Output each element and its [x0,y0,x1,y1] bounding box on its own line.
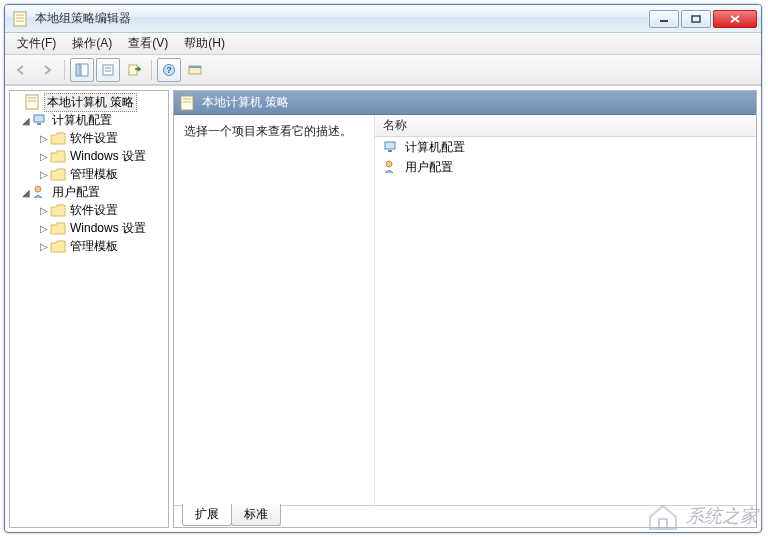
svg-point-29 [386,161,392,167]
back-button[interactable] [9,58,33,82]
tree-label: 软件设置 [70,202,118,219]
user-icon [383,159,399,175]
toolbar-separator [151,60,152,80]
options-button[interactable] [183,58,207,82]
folder-icon [50,202,66,218]
tree-label: 用户配置 [52,184,100,201]
computer-icon [32,112,48,128]
list-item-label: 用户配置 [405,159,453,176]
user-icon [32,184,48,200]
document-icon [24,94,40,110]
window-title: 本地组策略编辑器 [35,10,647,27]
detail-description: 选择一个项目来查看它的描述。 [174,115,374,505]
expand-icon[interactable]: ▷ [38,223,50,234]
tree-root[interactable]: 本地计算机 策略 [10,93,168,111]
expand-icon[interactable]: ▷ [38,133,50,144]
list-item-label: 计算机配置 [405,139,465,156]
svg-rect-5 [692,16,700,22]
tree-label: 管理模板 [70,238,118,255]
tree-item[interactable]: ▷ 软件设置 [10,201,168,219]
expand-icon[interactable]: ▷ [38,151,50,162]
tree-root-label: 本地计算机 策略 [44,93,137,112]
titlebar[interactable]: 本地组策略编辑器 [5,5,761,33]
toolbar-separator [64,60,65,80]
close-button[interactable] [713,10,757,28]
column-header-name[interactable]: 名称 [375,115,756,137]
expand-icon[interactable]: ▷ [38,241,50,252]
menu-file[interactable]: 文件(F) [9,33,64,54]
expand-icon[interactable]: ▷ [38,205,50,216]
tree-item[interactable]: ▷ 软件设置 [10,129,168,147]
properties-button[interactable] [96,58,120,82]
detail-title: 本地计算机 策略 [202,94,289,111]
toolbar: ? [5,55,761,85]
svg-point-23 [35,186,41,192]
tree-item[interactable]: ▷ 管理模板 [10,165,168,183]
svg-rect-13 [129,65,137,75]
tree-item[interactable]: ▷ Windows 设置 [10,219,168,237]
detail-pane: 本地计算机 策略 选择一个项目来查看它的描述。 名称 计算机配置 用户配置 [173,90,757,528]
tree-item[interactable]: ▷ 管理模板 [10,237,168,255]
detail-body: 选择一个项目来查看它的描述。 名称 计算机配置 用户配置 [174,115,756,505]
menu-action[interactable]: 操作(A) [64,33,120,54]
tree-label: Windows 设置 [70,148,146,165]
body: 本地计算机 策略 ◢ 计算机配置 ▷ 软件设置 ▷ Windows 设置 ▷ 管… [5,85,761,532]
svg-rect-21 [34,115,44,122]
app-window: 本地组策略编辑器 文件(F) 操作(A) 查看(V) 帮助(H) ? 本地计算机… [4,4,762,533]
menu-view[interactable]: 查看(V) [120,33,176,54]
bottom-tabs: 扩展 标准 [174,505,756,527]
tree-item[interactable]: ▷ Windows 设置 [10,147,168,165]
svg-rect-18 [26,95,38,109]
svg-text:?: ? [166,65,172,75]
menubar: 文件(F) 操作(A) 查看(V) 帮助(H) [5,33,761,55]
svg-rect-17 [189,66,201,68]
computer-icon [383,139,399,155]
folder-icon [50,130,66,146]
detail-header: 本地计算机 策略 [174,91,756,115]
expand-icon[interactable]: ▷ [38,169,50,180]
collapse-icon[interactable]: ◢ [20,115,32,126]
tab-extended[interactable]: 扩展 [182,504,232,526]
export-button[interactable] [122,58,146,82]
detail-list[interactable]: 名称 计算机配置 用户配置 [374,115,756,505]
help-button[interactable]: ? [157,58,181,82]
svg-rect-8 [76,64,80,76]
svg-rect-10 [103,65,113,75]
folder-icon [50,166,66,182]
svg-rect-27 [385,142,395,149]
menu-help[interactable]: 帮助(H) [176,33,233,54]
svg-rect-22 [37,123,41,125]
list-item[interactable]: 计算机配置 [375,137,756,157]
tree-pane[interactable]: 本地计算机 策略 ◢ 计算机配置 ▷ 软件设置 ▷ Windows 设置 ▷ 管… [9,90,169,528]
folder-icon [50,148,66,164]
forward-button[interactable] [35,58,59,82]
list-item[interactable]: 用户配置 [375,157,756,177]
tree-label: 管理模板 [70,166,118,183]
tree-computer-config[interactable]: ◢ 计算机配置 [10,111,168,129]
svg-rect-28 [388,150,392,152]
folder-icon [50,238,66,254]
minimize-button[interactable] [649,10,679,28]
svg-rect-24 [181,96,193,110]
app-icon [13,11,29,27]
tree-label: 软件设置 [70,130,118,147]
collapse-icon[interactable]: ◢ [20,187,32,198]
svg-rect-9 [81,64,88,76]
folder-icon [50,220,66,236]
tree-label: 计算机配置 [52,112,112,129]
tree-user-config[interactable]: ◢ 用户配置 [10,183,168,201]
maximize-button[interactable] [681,10,711,28]
document-icon [180,95,196,111]
svg-rect-0 [14,12,26,26]
tab-standard[interactable]: 标准 [231,504,281,526]
show-tree-button[interactable] [70,58,94,82]
tree-label: Windows 设置 [70,220,146,237]
